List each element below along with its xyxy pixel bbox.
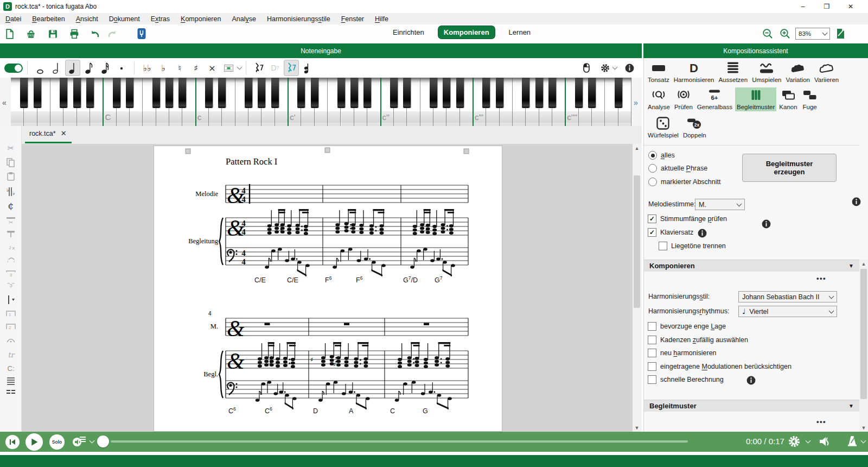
mixer-icon[interactable] — [72, 436, 86, 450]
chevron-down-icon[interactable] — [237, 65, 242, 70]
keyboard-scroll-right[interactable]: » — [634, 98, 638, 107]
trill-tool[interactable]: tr — [2, 349, 20, 361]
more-options-button[interactable]: ••• — [816, 418, 826, 426]
score-scrollbar-thumb[interactable] — [634, 175, 640, 308]
assistant-tool-begleitmuster[interactable]: Begleitmuster — [735, 87, 776, 111]
tuplet-bracket-tool[interactable]: 3 — [2, 268, 20, 280]
assistant-tool-fuge[interactable]: Fuge — [800, 87, 820, 111]
keyboard-scroll-left[interactable]: « — [2, 98, 7, 107]
chevron-down-icon[interactable] — [90, 438, 95, 444]
chord-input-button[interactable] — [301, 60, 315, 75]
double-sharp-button[interactable]: × — [205, 60, 219, 75]
volume-icon[interactable] — [818, 436, 832, 450]
fermata-tool[interactable] — [2, 335, 20, 346]
melody-voice-select[interactable]: M. — [695, 199, 745, 210]
scroll-down-icon[interactable]: ▼ — [633, 424, 641, 432]
save-icon[interactable] — [46, 27, 60, 41]
staff-lines-tool[interactable] — [2, 375, 20, 387]
sixteenth-note-button[interactable] — [98, 60, 112, 75]
menu-item-ansicht[interactable]: Ansicht — [71, 13, 104, 24]
chevron-down-icon[interactable] — [612, 65, 618, 70]
tie-tool[interactable]: ♩♩ — [2, 255, 20, 267]
assistant-tool-harmonisieren[interactable]: DHarmonisieren — [672, 60, 716, 84]
zoom-in-icon[interactable] — [778, 27, 792, 41]
more-options-button[interactable]: ••• — [816, 274, 826, 282]
checkbox-neu-harmonisieren[interactable]: neu harmonisieren — [648, 349, 717, 357]
checkbox-eingetragene-modulationen-ber-cksichtigen[interactable]: eingetragene Modulationen berücksichtige… — [648, 362, 792, 371]
checkbox-stimmumf-nge-pr-fen[interactable]: ✓Stimmumfänge prüfen — [648, 214, 727, 223]
generate-accompaniment-button[interactable]: Begleitmustererzeugen — [742, 154, 837, 182]
assistant-tool-doppeln[interactable]: 2xDoppeln — [681, 116, 708, 140]
double-flat-button[interactable]: ♭♭ — [140, 60, 154, 75]
flat-button[interactable]: ♭ — [156, 60, 170, 75]
assistant-tool-variation[interactable]: Variation — [784, 60, 812, 84]
chevron-down-icon[interactable] — [861, 438, 866, 444]
zoom-out-icon[interactable] — [761, 27, 775, 41]
eighth-note-button[interactable] — [82, 60, 96, 75]
panel-scrollbar[interactable]: ▲▼ — [859, 260, 868, 432]
cut-tool[interactable]: ✂ — [2, 142, 20, 154]
scope-radio-0[interactable]: alles — [648, 151, 675, 160]
volta-1-tool[interactable]: 1 — [2, 308, 20, 320]
menu-item-analyse[interactable]: Analyse — [226, 13, 261, 24]
harmonization-rhythm-select[interactable]: ♩Viertel — [738, 306, 837, 317]
menu-item-dokument[interactable]: Dokument — [104, 13, 145, 24]
assistant-tool-tonsatz[interactable]: Tonsatz — [646, 60, 671, 84]
skip-start-button[interactable] — [5, 435, 20, 449]
scroll-up-icon[interactable]: ▲ — [859, 260, 868, 268]
scroll-down-icon[interactable]: ▼ — [859, 424, 868, 432]
zoom-level-select[interactable]: 83% — [795, 28, 830, 40]
redo-icon[interactable] — [105, 27, 119, 41]
assistant-tool-generalbass[interactable]: 6+Generalbass — [695, 87, 734, 111]
menu-item-bearbeiten[interactable]: Bearbeiten — [27, 13, 70, 24]
section-header-begleitmuster[interactable]: Begleitmuster▼ — [644, 400, 859, 412]
assistant-tool-wuerfelspiel[interactable]: Würfelspiel — [646, 116, 680, 140]
checkbox-klaviersatz[interactable]: ✓Klaviersatz — [648, 228, 706, 237]
volta-2-tool[interactable]: 2 — [2, 321, 20, 333]
info-icon[interactable] — [746, 375, 755, 384]
restore-button[interactable]: ❐ — [815, 0, 839, 13]
mode-tab-einrichten[interactable]: Einrichten — [387, 26, 430, 39]
chevron-down-icon[interactable] — [806, 438, 811, 444]
beam-split-tool[interactable]: ✂ — [2, 214, 20, 226]
note-entry-toggle[interactable] — [4, 64, 23, 73]
print-icon[interactable] — [67, 27, 81, 41]
natural-button[interactable]: ♮ — [173, 60, 187, 75]
scroll-up-icon[interactable]: ▲ — [633, 144, 641, 152]
mouse-input-icon[interactable] — [579, 60, 593, 75]
metronome-icon[interactable] — [846, 434, 858, 450]
close-button[interactable]: ✕ — [839, 0, 863, 13]
assistant-tool-umspielen[interactable]: Umspielen — [750, 60, 783, 84]
panel-scrollbar-thumb[interactable] — [860, 269, 867, 399]
menu-item-datei[interactable]: Datei — [0, 13, 27, 24]
new-file-icon[interactable] — [2, 27, 16, 41]
scope-radio-2[interactable]: markierter Abschnitt — [648, 178, 720, 186]
chord-symbols-tool[interactable]: C: — [2, 362, 20, 374]
sharp-button[interactable]: ♯ — [189, 60, 203, 75]
quarter-note-button[interactable] — [66, 60, 80, 75]
menu-item-hilfe[interactable]: Hilfe — [369, 13, 394, 24]
key-signature-tool[interactable]: ♭♭ — [2, 186, 20, 198]
checkbox-lieget-ne-trennen[interactable]: Liegetöne trennen — [659, 242, 726, 250]
tab-close-icon[interactable]: ✕ — [61, 129, 67, 137]
assistant-tool-variieren[interactable]: Variieren — [813, 60, 840, 84]
solo-button[interactable]: Solo — [49, 434, 65, 450]
assistant-tool-analyse[interactable]: Analyse — [646, 87, 672, 111]
info-icon[interactable] — [622, 60, 636, 75]
assistant-tool-kanon[interactable]: Kanon — [777, 87, 799, 111]
menu-item-harmonisierungsstile[interactable]: Harmonisierungsstile — [261, 13, 336, 24]
harmonization-style-select[interactable]: Johann Sebastian Bach II — [738, 291, 837, 302]
voice-colors-button[interactable] — [221, 60, 235, 75]
staff-group-tool[interactable] — [2, 387, 20, 399]
barline-tool[interactable] — [2, 294, 20, 306]
minimize-button[interactable]: – — [791, 0, 815, 13]
half-note-button[interactable] — [49, 60, 63, 75]
checkbox-schnelle-berechnung[interactable]: schnelle Berechnung — [648, 375, 755, 384]
mode-tab-komponieren[interactable]: Komponieren — [438, 26, 495, 39]
clef-tool[interactable]: ¢ — [2, 200, 20, 212]
score-page[interactable]: Pattern Rock IMelodieBegleitung&44&4444C… — [154, 146, 502, 432]
augmentation-dot-button[interactable] — [114, 60, 129, 75]
info-icon[interactable] — [761, 219, 770, 228]
menu-item-komponieren[interactable]: Komponieren — [175, 13, 226, 24]
mode-tab-lernen[interactable]: Lernen — [503, 26, 536, 39]
